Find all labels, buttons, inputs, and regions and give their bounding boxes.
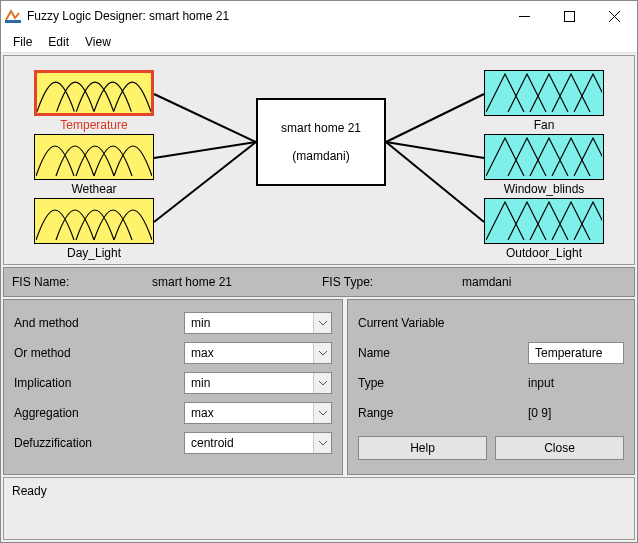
maximize-button[interactable]	[547, 1, 592, 31]
minimize-button[interactable]	[502, 1, 547, 31]
input-variable-daylight[interactable]	[34, 198, 154, 244]
fis-info-bar: FIS Name: smart home 21 FIS Type: mamdan…	[3, 267, 635, 297]
aggregation-label: Aggregation	[14, 406, 184, 420]
svg-line-9	[386, 142, 484, 158]
input-label-temperature: Temperature	[34, 118, 154, 132]
svg-rect-0	[5, 20, 21, 23]
input-label-wethear: Wethear	[34, 182, 154, 196]
menu-bar: File Edit View	[1, 31, 637, 53]
fis-name-value: smart home 21	[152, 275, 322, 289]
methods-panel: And method min Or method max Implication…	[3, 299, 343, 475]
svg-line-5	[154, 94, 256, 142]
cv-range-label: Range	[358, 406, 528, 420]
title-bar: Fuzzy Logic Designer: smart home 21	[1, 1, 637, 31]
diagram-canvas[interactable]: Temperature Wethear Day_Light smart home…	[3, 55, 635, 265]
status-text: Ready	[12, 484, 47, 498]
output-variable-windowblinds[interactable]	[484, 134, 604, 180]
cv-name-label: Name	[358, 346, 528, 360]
cv-range-value: [0 9]	[528, 406, 624, 420]
menu-file[interactable]: File	[5, 33, 40, 51]
fis-type-value: mamdani	[462, 275, 632, 289]
and-method-select[interactable]: min	[184, 312, 332, 334]
defuzzification-label: Defuzzification	[14, 436, 184, 450]
svg-line-10	[386, 142, 484, 222]
app-logo	[5, 8, 21, 24]
svg-rect-2	[565, 11, 575, 21]
input-label-daylight: Day_Light	[34, 246, 154, 260]
or-method-select[interactable]: max	[184, 342, 332, 364]
input-variable-temperature[interactable]	[34, 70, 154, 116]
close-button[interactable]: Close	[495, 436, 624, 460]
aggregation-select[interactable]: max	[184, 402, 332, 424]
menu-view[interactable]: View	[77, 33, 119, 51]
fis-type-label: FIS Type:	[322, 275, 462, 289]
chevron-down-icon	[313, 373, 331, 393]
output-label-fan: Fan	[484, 118, 604, 132]
fis-name-label: FIS Name:	[12, 275, 152, 289]
fis-system-block[interactable]: smart home 21 (mamdani)	[256, 98, 386, 186]
output-label-outdoorlight: Outdoor_Light	[484, 246, 604, 260]
defuzzification-select[interactable]: centroid	[184, 432, 332, 454]
current-variable-panel: Current Variable Name Temperature Type i…	[347, 299, 635, 475]
chevron-down-icon	[313, 313, 331, 333]
output-label-windowblinds: Window_blinds	[484, 182, 604, 196]
status-bar: Ready	[3, 477, 635, 540]
cv-type-value: input	[528, 376, 624, 390]
fis-block-name: smart home 21	[281, 121, 361, 135]
output-variable-outdoorlight[interactable]	[484, 198, 604, 244]
cv-type-label: Type	[358, 376, 528, 390]
svg-line-8	[386, 94, 484, 142]
chevron-down-icon	[313, 433, 331, 453]
or-method-label: Or method	[14, 346, 184, 360]
svg-line-6	[154, 142, 256, 158]
fis-block-type: (mamdani)	[292, 149, 349, 163]
output-variable-fan[interactable]	[484, 70, 604, 116]
implication-select[interactable]: min	[184, 372, 332, 394]
cv-name-input[interactable]: Temperature	[528, 342, 624, 364]
chevron-down-icon	[313, 403, 331, 423]
window-title: Fuzzy Logic Designer: smart home 21	[27, 9, 502, 23]
help-button[interactable]: Help	[358, 436, 487, 460]
current-variable-heading: Current Variable	[358, 316, 444, 330]
close-window-button[interactable]	[592, 1, 637, 31]
svg-line-7	[154, 142, 256, 222]
menu-edit[interactable]: Edit	[40, 33, 77, 51]
and-method-label: And method	[14, 316, 184, 330]
input-variable-wethear[interactable]	[34, 134, 154, 180]
implication-label: Implication	[14, 376, 184, 390]
chevron-down-icon	[313, 343, 331, 363]
